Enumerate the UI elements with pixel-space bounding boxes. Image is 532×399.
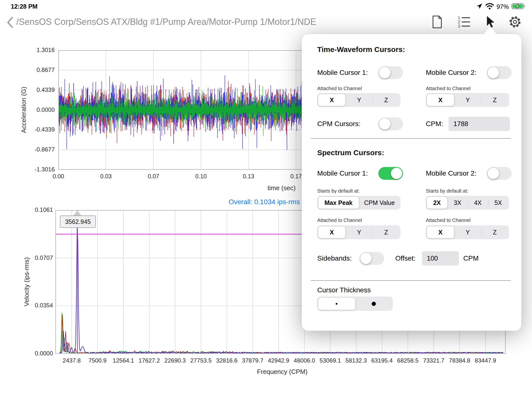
sp-cursor2-default-segmented[interactable]: 2X3X4X5X: [426, 196, 509, 210]
status-time: 12:28 PM: [11, 3, 37, 10]
back-button[interactable]: [6, 16, 14, 29]
tick-label: -0.8677: [23, 146, 55, 153]
cpm-input[interactable]: [449, 117, 510, 131]
segment-option-5x[interactable]: 5X: [488, 197, 509, 209]
tw-mobile-cursor-1-label: Mobile Cursor 1:: [317, 69, 368, 77]
segment-option-3x[interactable]: 3X: [448, 197, 468, 209]
segment-option-y[interactable]: Y: [346, 226, 373, 238]
segment-option-thick[interactable]: [355, 297, 392, 310]
sp-cursor2-channel-segmented[interactable]: XYZ: [426, 225, 509, 239]
tick-label: 0.8677: [23, 66, 55, 73]
sp-mobile-cursor-2-label: Mobile Cursor 2:: [426, 169, 476, 177]
cursor-thickness-label: Cursor Thickness: [317, 286, 371, 294]
location-icon: [476, 3, 483, 10]
segment-option-max-peak[interactable]: Max Peak: [318, 197, 359, 209]
segment-option-cpm-value[interactable]: CPM Value: [359, 197, 400, 209]
sp-cursor2-default-label: Starts by default at:: [426, 188, 468, 194]
tw-mobile-cursor-2-label: Mobile Cursor 2:: [426, 69, 476, 77]
segment-option-4x[interactable]: 4X: [468, 197, 488, 209]
tick-label: -0.4339: [23, 126, 55, 133]
overall-value-label: Overall: 0.1034 ips-rms: [229, 198, 300, 206]
waveform-x-axis-label: time (sec): [257, 184, 306, 192]
cpm-cursors-label: CPM Cursors:: [317, 120, 361, 128]
tick-label: 0.0000: [23, 106, 55, 113]
offset-input[interactable]: [422, 251, 459, 266]
segment-option-z[interactable]: Z: [481, 226, 508, 238]
segment-option-x[interactable]: X: [427, 226, 454, 238]
offset-label: Offset:: [395, 254, 416, 262]
spectrum-cursor-pointer: [73, 211, 82, 216]
tw-cursor1-attached-label: Attached to Channel: [317, 86, 362, 91]
tick-label: 0.13: [234, 173, 263, 180]
offset-unit-label: CPM: [463, 254, 479, 262]
breadcrumb: /SensOS Corp/SensOS ATX/Bldg #1/Pump Are…: [16, 17, 316, 27]
section-divider: [311, 280, 511, 281]
wifi-icon: [485, 3, 494, 11]
segment-option-z[interactable]: Z: [373, 226, 400, 238]
status-right-cluster: 97%: [476, 2, 526, 11]
sp-mobile-cursor-1-label: Mobile Cursor 1:: [317, 169, 368, 177]
svg-text:3: 3: [458, 24, 460, 29]
sp-cursor1-default-segmented[interactable]: Max PeakCPM Value: [317, 196, 400, 210]
cpm-field-label: CPM:: [426, 120, 443, 128]
segment-option-z[interactable]: Z: [373, 94, 400, 106]
sidebands-label: Sidebands:: [317, 254, 352, 262]
sp-cursor1-channel-segmented[interactable]: XYZ: [317, 225, 400, 239]
segment-option-z[interactable]: Z: [481, 94, 508, 106]
battery-percent-label: 97%: [497, 3, 509, 10]
segment-option-2x[interactable]: 2X: [427, 197, 448, 209]
tick-label: -1.3016: [23, 166, 55, 173]
app-screen: 12:28 PM 97% /SensOS Corp/SensOS ATX/Bld…: [0, 0, 532, 399]
tw-cursor2-channel-segmented[interactable]: XYZ: [426, 93, 509, 107]
battery-charging-icon: [511, 3, 526, 11]
spectrum-cursors-title: Spectrum Cursors:: [317, 149, 384, 157]
tick-label: 0.10: [186, 173, 216, 180]
segment-option-y[interactable]: Y: [346, 94, 373, 106]
segment-option-x[interactable]: X: [318, 94, 346, 106]
tick-label: 0.03: [91, 173, 121, 180]
tick-label: 0.0000: [21, 350, 53, 357]
spectrum-cursor-value-label[interactable]: 3562.945: [60, 216, 96, 228]
tw-mobile-cursor-1-toggle[interactable]: [378, 66, 403, 79]
tick-label: 1.3016: [23, 47, 55, 53]
cpm-cursors-toggle[interactable]: [378, 117, 403, 130]
cursor-settings-popover: Time-Waveform Cursors: Mobile Cursor 1: …: [302, 34, 521, 331]
settings-gear-icon[interactable]: [508, 15, 522, 29]
sp-cursor2-attached-label: Attached to Channel: [426, 217, 470, 223]
segment-option-thin[interactable]: [318, 297, 355, 310]
numbered-list-icon[interactable]: 1 2 3: [457, 15, 470, 29]
sp-mobile-cursor-2-toggle[interactable]: [487, 167, 512, 180]
popover-arrow: [483, 26, 497, 34]
spectrum-y-axis-label: Velocity (ips-rms): [23, 257, 31, 306]
tick-label: 0.0707: [21, 254, 53, 261]
tick-label: 0.1061: [21, 206, 53, 213]
tw-cursor1-channel-segmented[interactable]: XYZ: [317, 93, 400, 107]
section-divider: [311, 138, 511, 139]
segment-option-y[interactable]: Y: [454, 226, 481, 238]
tick-label: 0.07: [139, 173, 168, 180]
sp-cursor1-attached-label: Attached to Channel: [317, 217, 362, 223]
time-waveform-cursors-title: Time-Waveform Cursors:: [317, 45, 405, 54]
tick-label: 0.00: [44, 173, 73, 180]
report-document-icon[interactable]: [431, 15, 444, 29]
tw-mobile-cursor-2-toggle[interactable]: [487, 66, 512, 79]
tick-label: 0.0354: [21, 302, 53, 309]
sp-mobile-cursor-1-toggle[interactable]: [378, 167, 403, 180]
tw-cursor2-attached-label: Attached to Channel: [426, 86, 470, 91]
tick-label: 0.4339: [23, 86, 55, 93]
segment-option-x[interactable]: X: [427, 94, 454, 106]
cursor-thickness-segmented[interactable]: [317, 297, 393, 311]
tick-label: 83447.9: [469, 357, 501, 364]
sp-cursor1-default-label: Starts by default at:: [317, 188, 360, 194]
spectrum-x-axis-label: Frequency (CPM): [250, 368, 314, 376]
segment-option-x[interactable]: X: [318, 226, 346, 238]
sidebands-toggle[interactable]: [360, 252, 384, 265]
segment-option-y[interactable]: Y: [454, 94, 481, 106]
